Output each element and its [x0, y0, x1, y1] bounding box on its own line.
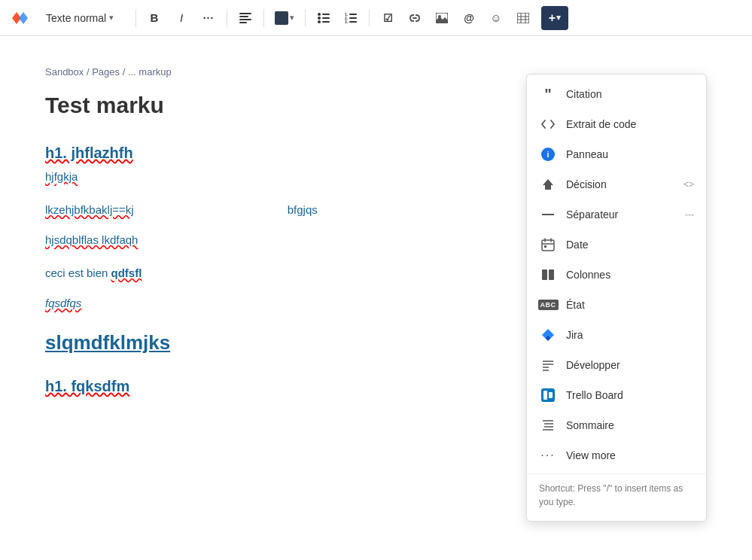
more-dots-icon: ···	[539, 446, 557, 464]
decision-label: Décision	[566, 178, 674, 190]
italic-button[interactable]: I	[169, 6, 193, 30]
insert-dropdown-menu: " Citation Extrait de code i	[526, 74, 707, 522]
state-icon: ABC	[539, 296, 557, 314]
text-style-selector[interactable]: Texte normal ▾	[39, 8, 129, 28]
citation-label: Citation	[566, 88, 694, 100]
state-label: État	[566, 299, 694, 311]
plus-label: +	[549, 11, 556, 25]
decision-icon	[539, 175, 557, 193]
trello-icon	[539, 386, 557, 404]
separator-icon	[539, 205, 557, 224]
svg-rect-4	[239, 22, 247, 23]
text-fqsdfqs: fqsdfqs	[45, 297, 81, 309]
date-icon	[539, 236, 557, 254]
editor[interactable]: Sandbox / Pages / ... markup Test marku …	[0, 36, 752, 560]
panel-label: Panneau	[566, 148, 694, 160]
image-icon	[436, 13, 448, 23]
svg-rect-12	[349, 14, 357, 15]
breadcrumb-sep2: /	[123, 66, 128, 78]
table-button[interactable]	[511, 6, 535, 30]
text-qdfsfl: qdfsfl	[111, 266, 142, 279]
view-more-label: View more	[566, 449, 694, 461]
date-label: Date	[566, 239, 694, 251]
svg-rect-30	[542, 269, 547, 280]
svg-rect-10	[322, 21, 330, 23]
style-arrow-icon: ▾	[109, 13, 114, 23]
ordered-list-icon: 1. 2. 3.	[345, 13, 357, 23]
trello-board-icon	[541, 388, 555, 402]
toolbar-divider-5	[369, 9, 370, 27]
menu-item-toc[interactable]: Sommaire	[527, 410, 706, 440]
columns-icon	[539, 266, 557, 284]
menu-item-view-more[interactable]: ··· View more	[527, 440, 706, 470]
svg-point-5	[318, 13, 321, 16]
breadcrumb-pages[interactable]: Pages	[92, 66, 120, 78]
mention-button[interactable]: @	[457, 6, 481, 30]
text-hjsd: hjsdqblflas lkdfaqh	[45, 233, 138, 246]
toc-label: Sommaire	[566, 419, 694, 431]
bullet-list-button[interactable]	[312, 6, 336, 30]
menu-item-separator[interactable]: Séparateur ---	[527, 199, 706, 230]
menu-item-decision[interactable]: Décision <>	[527, 169, 706, 199]
color-swatch	[275, 11, 288, 25]
text-bfgjqs: bfgjqs	[288, 203, 318, 216]
link-icon	[409, 14, 421, 23]
code-label: Extrait de code	[566, 118, 694, 130]
svg-rect-25	[542, 240, 554, 251]
svg-rect-29	[544, 245, 546, 248]
bold-button[interactable]: B	[142, 6, 166, 30]
color-arrow-icon: ▾	[290, 13, 294, 23]
svg-rect-8	[322, 17, 330, 19]
insert-plus-button[interactable]: + ▾	[541, 6, 568, 30]
jira-label: Jira	[566, 329, 694, 341]
trello-label: Trello Board	[566, 389, 694, 401]
info-icon: i	[539, 145, 557, 163]
svg-point-7	[318, 17, 321, 20]
color-button[interactable]: ▾	[270, 8, 299, 28]
shortcut-hint: Shortcut: Press "/" to insert items as y…	[527, 473, 706, 516]
table-icon	[517, 13, 529, 23]
quote-icon: "	[539, 85, 557, 103]
image-button[interactable]	[430, 6, 454, 30]
bullet-list-icon	[318, 13, 330, 23]
more-format-button[interactable]: ···	[196, 6, 221, 30]
svg-point-9	[318, 20, 321, 23]
menu-item-trello[interactable]: Trello Board	[527, 380, 706, 410]
menu-item-state[interactable]: ABC État	[527, 290, 706, 320]
content-area: Sandbox / Pages / ... markup Test marku …	[0, 36, 752, 560]
ordered-list-button[interactable]: 1. 2. 3.	[339, 6, 363, 30]
align-icon	[239, 13, 251, 23]
expand-icon	[539, 356, 557, 374]
menu-item-jira[interactable]: Jira	[527, 320, 706, 350]
columns-label: Colonnes	[566, 269, 694, 281]
svg-rect-3	[239, 19, 251, 20]
svg-rect-2	[239, 16, 248, 17]
menu-item-expand[interactable]: Développer	[527, 350, 706, 380]
breadcrumb-sandbox[interactable]: Sandbox	[45, 66, 84, 78]
svg-rect-6	[322, 14, 330, 15]
link-hjfgkja[interactable]: hjfgkja	[45, 170, 78, 183]
svg-rect-14	[349, 17, 357, 19]
align-button[interactable]	[233, 6, 257, 30]
toolbar-divider-3	[263, 9, 264, 27]
toolbar-divider-4	[305, 9, 306, 27]
link-button[interactable]	[403, 6, 427, 30]
toolbar: Texte normal ▾ B I ··· ▾	[0, 0, 752, 36]
menu-item-columns[interactable]: Colonnes	[527, 260, 706, 290]
task-button[interactable]: ☑	[376, 6, 400, 30]
menu-item-date[interactable]: Date	[527, 230, 706, 260]
menu-item-panel[interactable]: i Panneau	[527, 139, 706, 169]
toc-icon	[539, 416, 557, 434]
app-logo	[9, 8, 30, 29]
emoji-button[interactable]: ☺	[484, 6, 508, 30]
decision-shortcut: <>	[683, 179, 694, 190]
toolbar-divider-1	[135, 9, 136, 27]
separator-label: Séparateur	[566, 208, 676, 221]
svg-rect-20	[517, 13, 529, 23]
menu-item-code[interactable]: Extrait de code	[527, 109, 706, 139]
menu-item-citation[interactable]: " Citation	[527, 79, 706, 109]
text-ceci: ceci est bien	[45, 266, 111, 279]
text-lkzeh: lkzehjbfkbaklj==kj	[45, 203, 134, 216]
svg-text:3.: 3.	[345, 20, 349, 23]
svg-rect-31	[549, 269, 554, 280]
